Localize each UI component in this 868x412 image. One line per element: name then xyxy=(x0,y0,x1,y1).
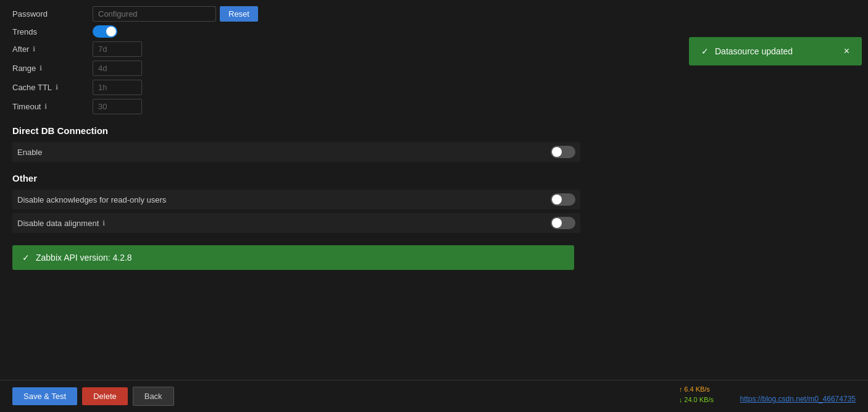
enable-row: Enable xyxy=(12,142,580,162)
api-version-text: Zabbix API version: 4.2.8 xyxy=(36,253,132,263)
timeout-input[interactable] xyxy=(93,99,142,114)
range-label: Range ℹ xyxy=(12,64,93,73)
back-button[interactable]: Back xyxy=(133,387,174,406)
after-label: After ℹ xyxy=(12,44,93,54)
range-input[interactable] xyxy=(93,61,142,76)
cache-ttl-input[interactable] xyxy=(93,80,142,95)
upload-speed: ↑ 6.4 KB/s xyxy=(679,384,714,395)
range-row: Range ℹ xyxy=(12,61,580,76)
cache-ttl-info-icon[interactable]: ℹ xyxy=(56,83,58,91)
disable-align-toggle[interactable] xyxy=(551,217,575,229)
toast-notification: ✓ Datasource updated × xyxy=(689,37,862,65)
reset-button[interactable]: Reset xyxy=(220,6,258,22)
toast-message: Datasource updated xyxy=(715,46,793,56)
password-input[interactable] xyxy=(93,6,216,22)
after-input[interactable] xyxy=(93,41,142,57)
direct-db-toggle[interactable] xyxy=(551,146,575,158)
api-check-icon: ✓ xyxy=(22,253,30,263)
disable-ack-label: Disable acknowledges for read-only users xyxy=(17,195,551,204)
after-row: After ℹ xyxy=(12,41,580,57)
timeout-label: Timeout ℹ xyxy=(12,102,93,111)
after-info-icon[interactable]: ℹ xyxy=(33,45,35,53)
bottom-bar: Save & Test Delete Back xyxy=(0,380,868,412)
cache-ttl-row: Cache TTL ℹ xyxy=(12,80,580,95)
enable-label: Enable xyxy=(17,148,551,157)
password-label: Password xyxy=(12,9,93,19)
save-test-button[interactable]: Save & Test xyxy=(12,387,77,405)
disable-align-info-icon[interactable]: ℹ xyxy=(102,219,105,227)
trends-toggle[interactable] xyxy=(93,25,117,38)
trends-row: Trends xyxy=(12,25,580,38)
delete-button[interactable]: Delete xyxy=(82,387,128,405)
disable-ack-row: Disable acknowledges for read-only users xyxy=(12,190,580,209)
cache-ttl-label: Cache TTL ℹ xyxy=(12,83,93,92)
api-version-banner: ✓ Zabbix API version: 4.2.8 xyxy=(12,245,574,270)
disable-ack-toggle[interactable] xyxy=(551,193,575,206)
download-speed: ↓ 24.0 KB/s xyxy=(679,395,714,405)
disable-align-row: Disable data alignment ℹ xyxy=(12,213,580,233)
toast-check-icon: ✓ xyxy=(701,46,709,56)
range-info-icon[interactable]: ℹ xyxy=(40,64,42,72)
other-section-title: Other xyxy=(12,173,580,183)
direct-db-section-title: Direct DB Connection xyxy=(12,125,580,136)
speed-indicator: ↑ 6.4 KB/s ↓ 24.0 KB/s xyxy=(679,384,714,405)
timeout-row: Timeout ℹ xyxy=(12,99,580,114)
trends-label: Trends xyxy=(12,27,93,36)
toast-close-button[interactable]: × xyxy=(844,46,849,57)
password-row: Password Reset xyxy=(12,6,580,22)
timeout-info-icon[interactable]: ℹ xyxy=(44,103,47,111)
disable-align-label: Disable data alignment ℹ xyxy=(17,219,551,228)
url-bar: https://blog.csdn.net/m0_46674735 xyxy=(740,395,856,403)
